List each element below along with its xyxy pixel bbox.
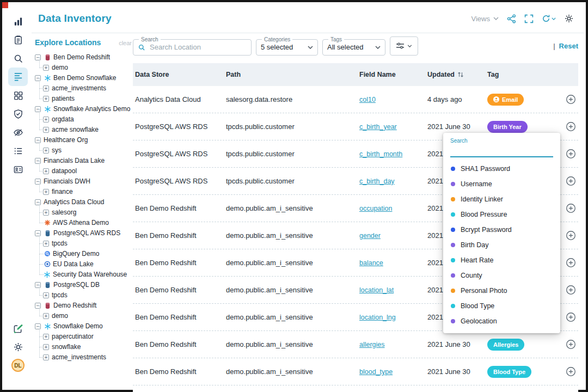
tag-option[interactable]: Blood Type	[443, 298, 560, 314]
tag-option[interactable]: Identity Linker	[443, 192, 560, 207]
expand-toggle[interactable]: +	[43, 168, 49, 174]
col-updated[interactable]: Updated	[425, 71, 485, 78]
collapse-toggle[interactable]: −	[35, 137, 41, 143]
expand-toggle[interactable]: +	[43, 127, 49, 133]
page-settings-gear-icon[interactable]	[564, 14, 574, 23]
clear-link[interactable]: clear	[119, 40, 132, 46]
field-name-link[interactable]: occupation	[359, 205, 392, 212]
tag-option[interactable]: SHA1 Password	[443, 161, 560, 176]
add-tag-button[interactable]	[566, 149, 576, 159]
fullscreen-icon[interactable]	[524, 14, 534, 23]
tree-node[interactable]: − Financials DWH	[35, 176, 132, 187]
expand-toggle[interactable]: +	[43, 96, 49, 102]
tree-node[interactable]: − Ben Demo Redshift	[35, 52, 132, 63]
table-row[interactable]: Analytics Data Cloud salesorg.data.resto…	[133, 86, 578, 113]
collapse-toggle[interactable]: −	[35, 179, 41, 185]
collapse-toggle[interactable]: −	[35, 323, 41, 329]
field-name-link[interactable]: allergies	[359, 341, 385, 348]
tree-node[interactable]: − Analytics Data Cloud	[35, 197, 132, 207]
views-dropdown[interactable]: Views	[471, 15, 499, 23]
tree-node[interactable]: + tpcds	[37, 290, 132, 301]
tree-node[interactable]: EU Data Lake	[37, 259, 132, 270]
tag-option[interactable]: County	[443, 268, 560, 283]
tag-option[interactable]: Geolocation	[443, 314, 560, 329]
add-tag-button[interactable]	[566, 285, 576, 295]
add-tag-button[interactable]	[566, 121, 576, 132]
tree-node[interactable]: − PostgreSQL AWS RDS	[35, 228, 132, 238]
tasks-icon[interactable]	[8, 30, 28, 49]
tag-search-input[interactable]	[450, 144, 553, 157]
contacts-card-icon[interactable]	[8, 160, 28, 179]
add-tag-button[interactable]	[566, 258, 576, 268]
expand-toggle[interactable]: +	[43, 334, 49, 340]
field-name-link[interactable]: c_birth_month	[359, 150, 402, 158]
col-field-name[interactable]: Field Name	[357, 71, 425, 78]
field-name-link[interactable]: c_birth_year	[359, 123, 397, 131]
field-name-link[interactable]: col10	[359, 96, 376, 103]
field-name-link[interactable]: blood_type	[359, 368, 393, 376]
expand-toggle[interactable]: +	[43, 210, 49, 216]
field-name-link[interactable]: location_lng	[359, 314, 396, 321]
compose-report-icon[interactable]	[8, 319, 28, 338]
tag-option[interactable]: Heart Rate	[443, 253, 560, 268]
share-icon[interactable]	[507, 14, 516, 23]
tree-node[interactable]: − Snowflake Analytics Demo	[35, 104, 132, 114]
tag-option[interactable]: Username	[443, 176, 560, 192]
tree-node[interactable]: + demo	[37, 63, 132, 73]
tree-node[interactable]: + tpcds	[37, 238, 132, 249]
expand-toggle[interactable]: +	[43, 354, 49, 360]
tree-node[interactable]: − Snowflake Demo	[35, 321, 132, 332]
tree-node[interactable]: + acme snowflake	[37, 125, 132, 135]
tags-select[interactable]: Tags All selected	[322, 36, 385, 56]
expand-toggle[interactable]: +	[43, 189, 49, 195]
tree-node[interactable]: + orgdata	[37, 114, 132, 125]
tree-node[interactable]: Security Data Warehouse	[37, 270, 132, 280]
tree-node[interactable]: BigQuery Demo	[37, 249, 132, 259]
tree-node[interactable]: + acme_investments	[37, 83, 132, 94]
add-tag-button[interactable]	[566, 176, 576, 186]
col-data-store[interactable]: Data Store	[133, 71, 224, 78]
tag-option[interactable]: Personal Photo	[443, 283, 560, 298]
expand-toggle[interactable]: +	[43, 148, 49, 154]
tag-badge[interactable]: Birth Year	[487, 121, 528, 133]
field-name-link[interactable]: gender	[359, 232, 381, 240]
security-shield-icon[interactable]	[8, 105, 28, 123]
collapse-toggle[interactable]: −	[35, 303, 41, 309]
field-name-link[interactable]: c_birth_day	[359, 177, 395, 185]
expand-toggle[interactable]: +	[43, 313, 49, 319]
collapse-toggle[interactable]: −	[35, 106, 41, 112]
collapse-toggle[interactable]: −	[35, 158, 41, 164]
table-row[interactable]: Ben Demo Redshift demo.public.am_i_sensi…	[133, 385, 578, 392]
tree-node[interactable]: − Financials Data Lake	[35, 156, 132, 166]
policies-list-icon[interactable]	[8, 142, 28, 160]
search-location-input[interactable]	[149, 42, 247, 52]
table-row[interactable]: Ben Demo Redshift demo.public.am_i_sensi…	[133, 331, 578, 358]
tree-node[interactable]: − Demo Redshift	[35, 301, 132, 311]
data-inventory-icon[interactable]	[8, 68, 28, 86]
search-icon[interactable]	[8, 49, 28, 68]
tree-node[interactable]: AWS Athena Demo	[37, 218, 132, 228]
apps-grid-icon[interactable]	[8, 86, 28, 105]
tree-node[interactable]: + demo	[37, 311, 132, 321]
collapse-toggle[interactable]: −	[35, 199, 41, 205]
collapse-toggle[interactable]: −	[35, 230, 41, 236]
expand-toggle[interactable]: +	[43, 241, 49, 247]
tag-badge[interactable]: Blood Type	[487, 366, 531, 378]
tree-node[interactable]: + snowflake	[37, 342, 132, 352]
collapse-toggle[interactable]: −	[35, 54, 41, 60]
sort-icon[interactable]	[457, 71, 464, 78]
expand-toggle[interactable]: +	[43, 117, 49, 122]
settings-gear-icon[interactable]	[8, 338, 28, 356]
add-tag-button[interactable]	[566, 203, 576, 213]
tag-badge[interactable]: Email	[487, 94, 524, 106]
advanced-filters-button[interactable]	[390, 36, 418, 56]
categories-select[interactable]: Categories 5 selected	[256, 36, 318, 56]
tree-node[interactable]: + patients	[37, 94, 132, 104]
add-tag-button[interactable]	[566, 312, 576, 322]
add-tag-button[interactable]	[566, 94, 576, 105]
add-tag-button[interactable]	[566, 366, 576, 377]
collapse-toggle[interactable]: −	[35, 282, 41, 288]
tree-node[interactable]: + papercutinator	[37, 332, 132, 342]
col-path[interactable]: Path	[224, 71, 357, 78]
tree-node[interactable]: + datapool	[37, 166, 132, 176]
